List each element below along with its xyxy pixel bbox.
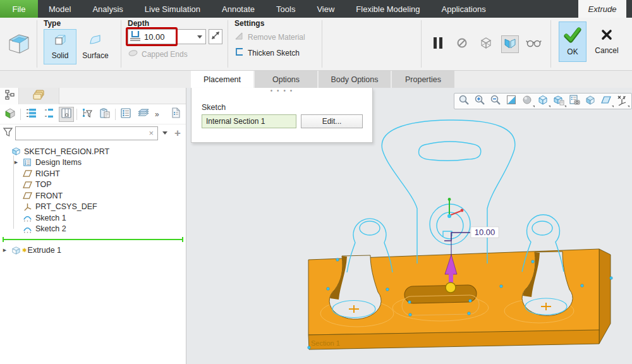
toolbar-overflow-button[interactable]: »: [154, 110, 161, 119]
tab-applications[interactable]: Applications: [431, 0, 497, 18]
depth-combobox[interactable]: 10.00: [128, 29, 206, 44]
axis-display-icon: [616, 94, 628, 108]
ok-button[interactable]: OK: [559, 21, 586, 62]
tab-options[interactable]: Options: [255, 71, 317, 88]
zoom-out-button[interactable]: [488, 94, 503, 108]
menubar: File Model Analysis Live Simulation Anno…: [0, 0, 632, 18]
edit-sketch-button[interactable]: Edit...: [301, 114, 363, 128]
appearance-sphere-icon: [522, 95, 532, 107]
placement-panel: • • • • Sketch Internal Section 1 Edit..…: [191, 88, 373, 143]
thicken-sketch-toggle[interactable]: Thicken Sketch: [234, 47, 317, 58]
tree-row-sketch-2[interactable]: Sketch 2: [0, 224, 186, 235]
clear-search-icon[interactable]: ×: [145, 128, 157, 138]
depth-dimension-value[interactable]: 10.00: [475, 228, 495, 237]
display-style-button[interactable]: [535, 94, 550, 108]
unattached-preview-button[interactable]: [477, 35, 495, 53]
tab-analysis[interactable]: Analysis: [82, 0, 133, 18]
creo-window: File Model Analysis Live Simulation Anno…: [0, 0, 632, 364]
panel-drag-handle[interactable]: • • • •: [191, 88, 372, 94]
tree-item-label: Sketch 1: [33, 214, 66, 222]
tree-row-csys[interactable]: PRT_CSYS_DEF: [0, 202, 186, 213]
tab-flexible-modeling[interactable]: Flexible Modeling: [345, 0, 430, 18]
extrude-tool-button[interactable]: [0, 18, 37, 70]
tree-item-label: Sketch 2: [33, 224, 66, 233]
tab-model[interactable]: Model: [38, 0, 82, 18]
tree-row-extrude-1[interactable]: ▶ ✱ Extrude 1: [0, 245, 186, 256]
tree-filters-button[interactable]: [80, 107, 95, 122]
expander-icon[interactable]: ▶: [0, 248, 9, 253]
flip-direction-button[interactable]: [209, 29, 222, 44]
depth-dropdown-caret[interactable]: [194, 30, 205, 44]
file-menu[interactable]: File: [0, 0, 38, 18]
cancel-label: Cancel: [595, 46, 618, 55]
remove-material-label: Remove Material: [248, 33, 305, 42]
extruded-model-preview[interactable]: Section 1: [308, 249, 611, 349]
show-options-button[interactable]: [3, 107, 18, 122]
verify-button[interactable]: [525, 35, 543, 53]
tree-columns-button[interactable]: [59, 107, 74, 122]
tab-placement[interactable]: Placement: [191, 71, 253, 88]
tab-live-simulation[interactable]: Live Simulation: [134, 0, 211, 18]
tree-row-design-items[interactable]: ▶ Design Items: [0, 157, 186, 169]
search-options-caret[interactable]: [160, 131, 170, 135]
toolbar-separator: [20, 109, 21, 120]
saved-orientations-button[interactable]: [551, 94, 566, 108]
tab-annotate[interactable]: Annotate: [211, 0, 265, 18]
model-tree-tab[interactable]: [0, 88, 19, 104]
expand-list-icon: [25, 108, 37, 121]
tree-settings-doc-button[interactable]: [168, 107, 183, 122]
zoom-region-button[interactable]: [456, 94, 471, 108]
expander-icon[interactable]: ▶: [11, 160, 21, 165]
tab-view[interactable]: View: [306, 0, 345, 18]
cancel-button[interactable]: Cancel: [590, 21, 623, 62]
depth-drag-handle[interactable]: [446, 282, 456, 293]
insertion-point-line[interactable]: [3, 239, 183, 240]
annotation-display-button[interactable]: [583, 94, 598, 108]
settings-list-button[interactable]: [118, 107, 133, 122]
shaded-preview-button[interactable]: [501, 35, 519, 53]
tree-search-input[interactable]: [16, 129, 145, 138]
tab-tools[interactable]: Tools: [265, 0, 306, 18]
sketch-icon: [21, 213, 33, 222]
folder-browser-tab[interactable]: [19, 88, 59, 104]
view-manager-button[interactable]: [567, 94, 582, 108]
axis-display-button[interactable]: [614, 94, 629, 108]
tab-properties[interactable]: Properties: [392, 71, 454, 88]
datum-plane-icon: [21, 191, 33, 200]
tree-row-right-plane[interactable]: RIGHT: [0, 168, 186, 179]
tab-body-options[interactable]: Body Options: [319, 71, 391, 88]
tree-row-front-plane[interactable]: FRONT: [0, 190, 186, 202]
pause-button[interactable]: [429, 35, 447, 53]
layers-button[interactable]: [136, 107, 151, 122]
no-preview-button[interactable]: [453, 35, 471, 53]
appearance-gallery-button[interactable]: [520, 94, 535, 108]
dashboard-tab-row: Placement Options Body Options Propertie…: [0, 71, 632, 88]
saved-orientations-icon: [553, 94, 564, 108]
expand-all-button[interactable]: [23, 107, 39, 122]
tree-tab-strip: [0, 88, 186, 104]
zoom-in-button[interactable]: [472, 94, 487, 108]
depth-type-blind-icon[interactable]: [129, 29, 142, 44]
depth-value-input[interactable]: 10.00: [142, 32, 174, 42]
refit-button[interactable]: [504, 94, 519, 108]
solid-button[interactable]: Solid: [44, 29, 76, 64]
capped-ends-checkbox: Capped Ends: [128, 49, 222, 59]
tree-item-label: TOP: [33, 180, 51, 189]
add-filter-button[interactable]: +: [172, 127, 183, 140]
tree-row-top-plane[interactable]: TOP: [0, 179, 186, 191]
settings-list-icon: [120, 108, 131, 121]
surface-button[interactable]: Surface: [79, 29, 112, 64]
glasses-icon: [526, 38, 542, 51]
folder-browser-icon: [32, 89, 46, 103]
tree-row-sketch-1[interactable]: Sketch 1: [0, 212, 186, 224]
plane-display-button[interactable]: [599, 94, 614, 108]
tree-row-part[interactable]: SKETCH_REGION.PRT: [0, 146, 186, 157]
sketch-collector-field[interactable]: Internal Section 1: [202, 114, 296, 128]
tab-extrude-active[interactable]: Extrude: [578, 0, 626, 18]
thicken-sketch-label: Thicken Sketch: [248, 49, 300, 58]
section-sketch-outline[interactable]: [347, 120, 564, 272]
paste-special-button[interactable]: [97, 107, 112, 122]
annotation-display-icon: [585, 94, 596, 108]
type-group-label: Type: [44, 19, 116, 28]
collapse-all-button[interactable]: [41, 107, 56, 122]
